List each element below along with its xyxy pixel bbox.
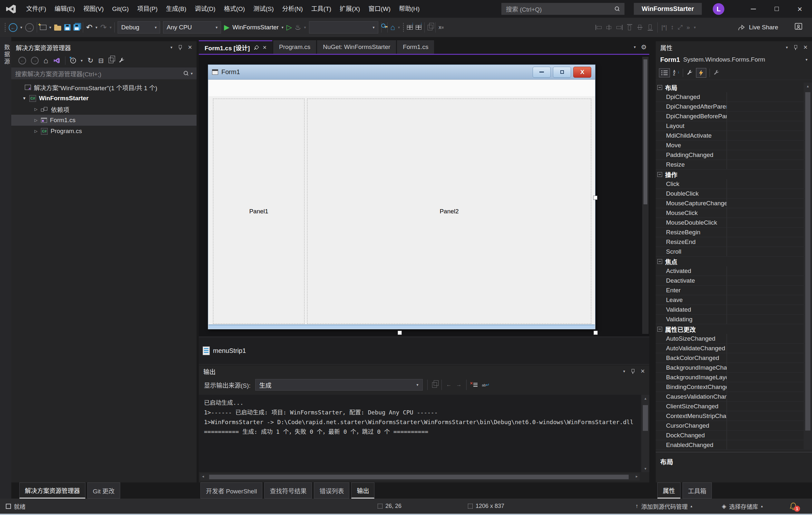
event-value-cell[interactable]: [727, 411, 804, 421]
align-centers-button[interactable]: [606, 25, 612, 30]
close-icon[interactable]: ×: [188, 43, 192, 52]
event-row[interactable]: DpiChangedBeforeParent: [656, 112, 804, 121]
collapsed-arrow-icon[interactable]: ▷: [34, 129, 38, 134]
output-vertical-scrollbar[interactable]: ▴ ▾: [642, 395, 649, 472]
form-menustrip-area[interactable]: [208, 80, 595, 97]
event-value-cell[interactable]: [727, 189, 804, 198]
hot-reload-button[interactable]: ♨: [295, 23, 301, 32]
active-files-dropdown[interactable]: ▾: [634, 45, 636, 49]
tree-item-solution[interactable]: 解决方案"WinFormsStarter"(1 个项目/共 1 个): [11, 82, 197, 93]
show-output-from-icon[interactable]: [432, 382, 437, 388]
menu-item[interactable]: 调试(D): [191, 0, 220, 18]
menu-item[interactable]: 格式(O): [220, 0, 249, 18]
hot-reload-dropdown[interactable]: ▾: [304, 25, 306, 30]
notifications-button[interactable]: 1: [789, 498, 798, 514]
event-value-cell[interactable]: [727, 431, 804, 440]
empty-combobox[interactable]: ▾: [309, 21, 378, 33]
selected-object-combobox[interactable]: Form1 System.Windows.Forms.Form ▾: [656, 54, 812, 66]
align-middles-button[interactable]: [637, 24, 642, 31]
collapse-icon[interactable]: [657, 327, 662, 332]
scroll-up-icon[interactable]: ▴: [642, 396, 649, 401]
save-all-button[interactable]: [74, 24, 80, 31]
next-message-icon[interactable]: →: [456, 381, 462, 388]
tab-developer-powershell[interactable]: 开发者 PowerShell: [200, 482, 262, 498]
clear-all-icon[interactable]: ×: [471, 382, 477, 388]
event-row[interactable]: MouseDoubleClick: [656, 218, 804, 228]
property-pages-button[interactable]: [713, 69, 720, 76]
tab-solution-explorer[interactable]: 解决方案资源管理器: [19, 482, 85, 498]
export-template-button[interactable]: [428, 25, 432, 30]
event-value-cell[interactable]: [727, 131, 804, 140]
redo-button[interactable]: ↷: [100, 23, 107, 32]
xml-editor-button[interactable]: X≡: [439, 25, 444, 30]
toolbar-grip[interactable]: [403, 23, 404, 32]
window-position-dropdown[interactable]: ▾: [623, 369, 625, 374]
tree-item-program[interactable]: ▷ C# Program.cs: [11, 126, 197, 137]
new-project-button[interactable]: [40, 25, 47, 30]
event-value-cell[interactable]: [727, 334, 804, 343]
restore-button[interactable]: [765, 0, 788, 18]
scrollbar-thumb[interactable]: [643, 59, 647, 204]
properties-wrench-icon[interactable]: [118, 57, 125, 64]
search-input[interactable]: 搜索 (Ctrl+Q): [501, 3, 625, 15]
gear-icon[interactable]: ⚙: [641, 43, 647, 51]
form-client-area[interactable]: Panel1 Panel2: [208, 80, 595, 324]
close-icon[interactable]: ×: [641, 367, 645, 375]
event-row[interactable]: Validating: [656, 315, 804, 324]
event-row[interactable]: CausesValidationChanged: [656, 392, 804, 402]
event-row[interactable]: Enter: [656, 286, 804, 295]
event-value-cell[interactable]: [727, 160, 804, 169]
category-row-action[interactable]: 操作: [656, 170, 804, 179]
undo-dropdown[interactable]: ▾: [95, 25, 97, 30]
minimize-button[interactable]: [742, 0, 765, 18]
avatar[interactable]: L: [713, 3, 724, 15]
event-row[interactable]: ResizeEnd: [656, 237, 804, 247]
event-value-cell[interactable]: [727, 315, 804, 324]
event-value-cell[interactable]: [727, 402, 804, 411]
solution-search-input[interactable]: 搜索解决方案资源管理器(Ctrl+;) ▾: [11, 68, 197, 79]
tab-git-changes[interactable]: Git 更改: [87, 482, 120, 498]
undo-button[interactable]: ↶: [86, 23, 92, 32]
event-value-cell[interactable]: [727, 247, 804, 256]
select-repository-button[interactable]: ◈ 选择存储库 ▴: [722, 498, 763, 514]
event-row[interactable]: PaddingChanged: [656, 150, 804, 160]
alphabetical-sort-button[interactable]: AZ↓: [673, 70, 679, 76]
event-value-cell[interactable]: [727, 208, 804, 218]
event-value-cell[interactable]: [727, 382, 804, 392]
event-value-cell[interactable]: [727, 305, 804, 314]
tab-program-cs[interactable]: Program.cs: [273, 40, 316, 54]
start-without-debugging-button[interactable]: ▷: [286, 24, 292, 31]
designed-form[interactable]: Form1 X Panel1 Panel2: [208, 64, 596, 330]
add-to-source-control-button[interactable]: ↑ 添加到源代码管理 ▴: [635, 498, 692, 514]
toolbar-grip[interactable]: [4, 23, 6, 32]
event-value-cell[interactable]: [727, 92, 804, 102]
event-row[interactable]: CursorChanged: [656, 421, 804, 431]
new-project-dropdown[interactable]: ▾: [49, 25, 51, 30]
collapse-all-icon[interactable]: ⊟: [98, 57, 104, 64]
feedback-button[interactable]: [794, 22, 803, 33]
event-row[interactable]: ClientSizeChanged: [656, 402, 804, 411]
same-size-button[interactable]: ⤢: [678, 24, 683, 31]
collapse-icon[interactable]: [657, 259, 662, 264]
event-value-cell[interactable]: [727, 121, 804, 131]
event-row[interactable]: Validated: [656, 305, 804, 315]
events-view-button[interactable]: [696, 68, 706, 78]
pin-icon[interactable]: [631, 369, 635, 374]
event-row[interactable]: DockChanged: [656, 431, 804, 440]
event-value-cell[interactable]: [727, 179, 804, 189]
window-position-dropdown[interactable]: ▾: [786, 45, 788, 50]
event-row[interactable]: ContextMenuStripChanged: [656, 411, 804, 421]
data-sources-vertical-tab[interactable]: 数据源: [2, 44, 11, 65]
event-row[interactable]: ResizeBegin: [656, 228, 804, 237]
event-value-cell[interactable]: [727, 266, 804, 276]
event-value-cell[interactable]: [727, 373, 804, 382]
properties-scrollbar[interactable]: ▴: [804, 83, 812, 450]
event-value-cell[interactable]: [727, 276, 804, 285]
menu-item[interactable]: 测试(S): [249, 0, 278, 18]
event-value-cell[interactable]: [727, 295, 804, 305]
output-horizontal-scrollbar[interactable]: ◂ ▸: [200, 474, 640, 481]
back-button[interactable]: ←: [18, 57, 26, 64]
event-value-cell[interactable]: [727, 344, 804, 353]
event-row[interactable]: DoubleClick: [656, 189, 804, 199]
sync-namespace-button[interactable]: ⌂: [390, 23, 395, 32]
